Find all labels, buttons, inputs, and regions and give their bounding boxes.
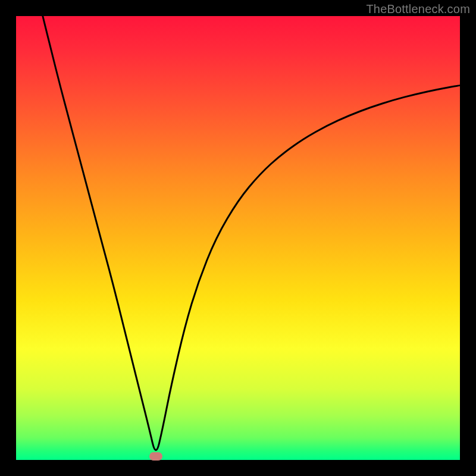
minimum-marker [149, 452, 162, 461]
watermark-text: TheBottleneck.com [366, 2, 470, 16]
chart-plot-area [16, 16, 460, 460]
chart-frame: TheBottleneck.com [0, 0, 476, 476]
